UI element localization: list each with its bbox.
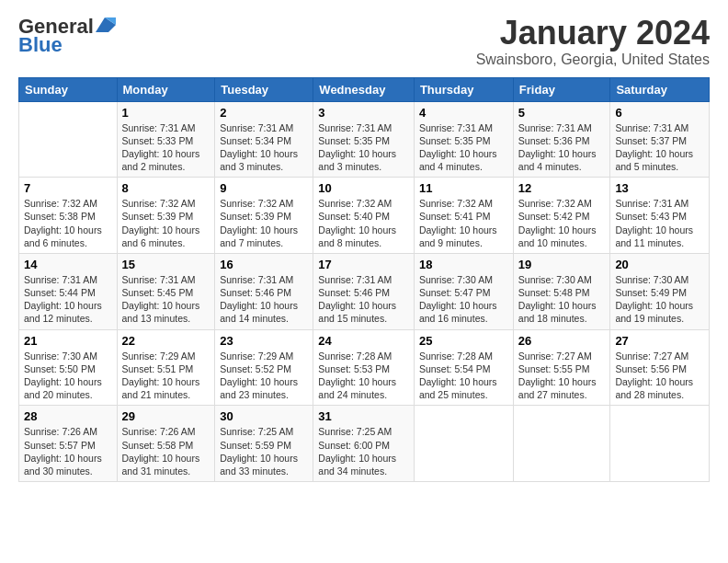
day-info: Sunrise: 7:31 AM Sunset: 5:33 PM Dayligh… [122,121,210,174]
day-info: Sunrise: 7:30 AM Sunset: 5:48 PM Dayligh… [518,273,606,326]
day-number: 20 [615,258,704,271]
calendar-cell: 3Sunrise: 7:31 AM Sunset: 5:35 PM Daylig… [313,101,415,178]
day-info: Sunrise: 7:25 AM Sunset: 6:00 PM Dayligh… [318,425,409,477]
calendar-week-row: 14Sunrise: 7:31 AM Sunset: 5:44 PM Dayli… [19,253,710,329]
calendar-week-row: 21Sunrise: 7:30 AM Sunset: 5:50 PM Dayli… [19,329,710,406]
day-info: Sunrise: 7:32 AM Sunset: 5:38 PM Dayligh… [24,197,112,249]
day-info: Sunrise: 7:31 AM Sunset: 5:35 PM Dayligh… [318,121,409,174]
calendar-cell: 6Sunrise: 7:31 AM Sunset: 5:37 PM Daylig… [610,101,710,178]
col-saturday: Saturday [610,77,710,101]
calendar-cell: 25Sunrise: 7:28 AM Sunset: 5:54 PM Dayli… [414,329,513,406]
calendar-cell [513,406,610,482]
day-info: Sunrise: 7:27 AM Sunset: 5:56 PM Dayligh… [615,350,704,402]
calendar-cell: 29Sunrise: 7:26 AM Sunset: 5:58 PM Dayli… [117,406,215,482]
day-number: 14 [24,258,112,271]
calendar-cell: 26Sunrise: 7:27 AM Sunset: 5:55 PM Dayli… [513,329,610,406]
day-info: Sunrise: 7:31 AM Sunset: 5:43 PM Dayligh… [615,197,704,249]
calendar-cell: 27Sunrise: 7:27 AM Sunset: 5:56 PM Dayli… [610,329,710,406]
day-number: 17 [318,258,409,271]
calendar-header-row: Sunday Monday Tuesday Wednesday Thursday… [19,77,710,101]
calendar-week-row: 28Sunrise: 7:26 AM Sunset: 5:57 PM Dayli… [19,406,710,482]
calendar-cell: 13Sunrise: 7:31 AM Sunset: 5:43 PM Dayli… [610,178,710,254]
day-number: 10 [318,181,409,195]
day-number: 13 [615,181,704,195]
day-info: Sunrise: 7:30 AM Sunset: 5:47 PM Dayligh… [419,273,508,326]
calendar-cell: 21Sunrise: 7:30 AM Sunset: 5:50 PM Dayli… [19,329,118,406]
day-number: 26 [518,334,606,348]
day-info: Sunrise: 7:32 AM Sunset: 5:42 PM Dayligh… [518,197,606,249]
day-number: 24 [318,334,409,348]
calendar-cell: 18Sunrise: 7:30 AM Sunset: 5:47 PM Dayli… [414,253,513,329]
day-number: 21 [24,334,112,348]
day-info: Sunrise: 7:26 AM Sunset: 5:58 PM Dayligh… [122,425,210,477]
calendar-cell [414,406,513,482]
day-info: Sunrise: 7:30 AM Sunset: 5:49 PM Dayligh… [615,273,704,326]
day-info: Sunrise: 7:30 AM Sunset: 5:50 PM Dayligh… [24,350,112,402]
day-info: Sunrise: 7:32 AM Sunset: 5:39 PM Dayligh… [122,197,210,249]
day-info: Sunrise: 7:31 AM Sunset: 5:37 PM Dayligh… [615,121,704,174]
calendar-cell: 17Sunrise: 7:31 AM Sunset: 5:46 PM Dayli… [313,253,415,329]
calendar-cell: 23Sunrise: 7:29 AM Sunset: 5:52 PM Dayli… [215,329,313,406]
day-number: 7 [24,181,112,195]
day-number: 19 [518,258,606,271]
day-number: 6 [615,106,704,120]
col-tuesday: Tuesday [215,77,313,101]
day-info: Sunrise: 7:31 AM Sunset: 5:46 PM Dayligh… [318,273,409,326]
day-info: Sunrise: 7:29 AM Sunset: 5:52 PM Dayligh… [220,350,308,402]
calendar-cell: 31Sunrise: 7:25 AM Sunset: 6:00 PM Dayli… [313,406,415,482]
day-number: 1 [122,106,210,120]
calendar-cell: 9Sunrise: 7:32 AM Sunset: 5:39 PM Daylig… [215,178,313,254]
day-number: 23 [220,334,308,348]
col-sunday: Sunday [19,77,118,101]
day-info: Sunrise: 7:31 AM Sunset: 5:46 PM Dayligh… [220,273,308,326]
day-info: Sunrise: 7:31 AM Sunset: 5:44 PM Dayligh… [24,273,112,326]
calendar-cell: 30Sunrise: 7:25 AM Sunset: 5:59 PM Dayli… [215,406,313,482]
page-header: General Blue January 2024 Swainsboro, Ge… [18,15,710,68]
calendar-cell: 12Sunrise: 7:32 AM Sunset: 5:42 PM Dayli… [513,178,610,254]
calendar-cell: 2Sunrise: 7:31 AM Sunset: 5:34 PM Daylig… [215,101,313,178]
day-number: 2 [220,106,308,120]
calendar-cell: 19Sunrise: 7:30 AM Sunset: 5:48 PM Dayli… [513,253,610,329]
day-number: 5 [518,106,606,120]
day-number: 18 [419,258,508,271]
calendar-cell: 15Sunrise: 7:31 AM Sunset: 5:45 PM Dayli… [117,253,215,329]
day-info: Sunrise: 7:26 AM Sunset: 5:57 PM Dayligh… [24,425,112,477]
calendar-cell: 4Sunrise: 7:31 AM Sunset: 5:35 PM Daylig… [414,101,513,178]
day-info: Sunrise: 7:31 AM Sunset: 5:34 PM Dayligh… [220,121,308,174]
calendar-cell [19,101,118,178]
calendar-cell: 28Sunrise: 7:26 AM Sunset: 5:57 PM Dayli… [19,406,118,482]
calendar-cell: 14Sunrise: 7:31 AM Sunset: 5:44 PM Dayli… [19,253,118,329]
calendar-cell: 22Sunrise: 7:29 AM Sunset: 5:51 PM Dayli… [117,329,215,406]
day-info: Sunrise: 7:31 AM Sunset: 5:35 PM Dayligh… [419,121,508,174]
day-number: 22 [122,334,210,348]
calendar-cell [610,406,710,482]
calendar-cell: 5Sunrise: 7:31 AM Sunset: 5:36 PM Daylig… [513,101,610,178]
day-number: 15 [122,258,210,271]
col-wednesday: Wednesday [313,77,415,101]
day-info: Sunrise: 7:29 AM Sunset: 5:51 PM Dayligh… [122,350,210,402]
day-number: 12 [518,181,606,195]
day-info: Sunrise: 7:31 AM Sunset: 5:45 PM Dayligh… [122,273,210,326]
calendar-cell: 16Sunrise: 7:31 AM Sunset: 5:46 PM Dayli… [215,253,313,329]
day-number: 25 [419,334,508,348]
day-info: Sunrise: 7:25 AM Sunset: 5:59 PM Dayligh… [220,425,308,477]
page-container: General Blue January 2024 Swainsboro, Ge… [0,0,728,491]
day-info: Sunrise: 7:32 AM Sunset: 5:39 PM Dayligh… [220,197,308,249]
day-info: Sunrise: 7:27 AM Sunset: 5:55 PM Dayligh… [518,350,606,402]
day-info: Sunrise: 7:32 AM Sunset: 5:41 PM Dayligh… [419,197,508,249]
col-thursday: Thursday [414,77,513,101]
day-number: 28 [24,409,112,423]
day-info: Sunrise: 7:31 AM Sunset: 5:36 PM Dayligh… [518,121,606,174]
calendar-cell: 8Sunrise: 7:32 AM Sunset: 5:39 PM Daylig… [117,178,215,254]
day-number: 16 [220,258,308,271]
day-number: 29 [122,409,210,423]
day-info: Sunrise: 7:28 AM Sunset: 5:53 PM Dayligh… [318,350,409,402]
day-number: 4 [419,106,508,120]
day-number: 11 [419,181,508,195]
col-monday: Monday [117,77,215,101]
logo-blue: Blue [18,33,63,57]
logo-icon [96,17,116,32]
col-friday: Friday [513,77,610,101]
day-number: 27 [615,334,704,348]
day-number: 31 [318,409,409,423]
